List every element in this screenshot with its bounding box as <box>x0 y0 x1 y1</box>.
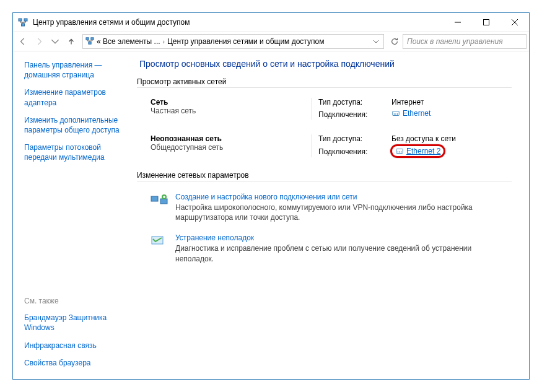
up-button[interactable] <box>64 34 79 49</box>
sidebar-link-advanced-sharing[interactable]: Изменить дополнительные параметры общего… <box>24 115 125 135</box>
svg-rect-0 <box>19 19 22 21</box>
change-settings-label: Изменение сетевых параметров <box>137 171 512 180</box>
forward-button[interactable] <box>32 34 46 49</box>
back-button[interactable] <box>15 34 30 49</box>
svg-rect-6 <box>89 41 91 44</box>
vertical-divider <box>312 134 312 157</box>
vertical-divider <box>312 98 312 120</box>
network-block: Сеть Частная сеть Тип доступа: Интернет … <box>137 94 512 131</box>
svg-rect-2 <box>22 24 25 26</box>
action-description: Настройка широкополосного, коммутируемог… <box>175 203 512 222</box>
window-frame: Центр управления сетями и общим доступом… <box>12 12 530 380</box>
sidebar-link-adapter-settings[interactable]: Изменение параметров адаптера <box>24 87 125 107</box>
see-also-label: См. также <box>24 297 125 305</box>
svg-rect-3 <box>484 20 489 25</box>
svg-rect-5 <box>91 37 94 40</box>
access-type-value: Без доступа к сети <box>391 134 456 143</box>
sidebar-link-firewall[interactable]: Брандмауэр Защитника Windows <box>24 313 125 333</box>
network-block: Неопознанная сеть Общедоступная сеть Тип… <box>137 131 512 168</box>
ethernet-icon <box>395 147 404 155</box>
svg-rect-1 <box>24 19 27 21</box>
titlebar[interactable]: Центр управления сетями и общим доступом <box>13 13 529 32</box>
maximize-button[interactable] <box>472 13 500 32</box>
connection-name: Ethernet 2 <box>406 147 440 155</box>
action-new-connection[interactable]: Создание и настройка нового подключения … <box>137 188 512 229</box>
action-title[interactable]: Создание и настройка нового подключения … <box>175 193 357 201</box>
recent-locations-button[interactable] <box>48 34 63 49</box>
close-button[interactable] <box>500 13 529 32</box>
main-pane: Просмотр основных сведений о сети и наст… <box>131 51 529 379</box>
new-connection-icon <box>151 194 168 206</box>
active-networks-label: Просмотр активных сетей <box>137 77 512 86</box>
action-description: Диагностика и исправление проблем с сеть… <box>175 243 512 263</box>
minimize-button[interactable] <box>444 13 472 32</box>
action-troubleshoot[interactable]: Устранение неполадок Диагностика и испра… <box>137 229 512 269</box>
ethernet-icon <box>391 109 400 118</box>
troubleshoot-icon <box>151 235 168 247</box>
sidebar: Панель управления — домашняя страница Из… <box>13 51 131 379</box>
breadcrumb-item[interactable]: Центр управления сетями и общим доступом <box>167 37 325 46</box>
connection-link-ethernet2[interactable]: Ethernet 2 <box>395 147 440 155</box>
breadcrumb-item[interactable]: « Все элементы ... <box>97 37 160 46</box>
divider <box>137 181 512 181</box>
connections-label: Подключения: <box>318 147 387 156</box>
address-toolbar: « Все элементы ... › Центр управления се… <box>13 32 529 51</box>
svg-rect-4 <box>86 37 89 40</box>
network-type: Частная сеть <box>151 107 305 115</box>
connections-label: Подключения: <box>318 110 387 119</box>
connection-name: Ethernet <box>403 109 431 118</box>
network-name: Неопознанная сеть <box>151 134 305 143</box>
access-type-label: Тип доступа: <box>318 134 387 143</box>
sidebar-link-infrared[interactable]: Инфракрасная связь <box>24 341 125 351</box>
network-type: Общедоступная сеть <box>151 143 305 152</box>
highlighted-connection: Ethernet 2 <box>391 146 444 157</box>
access-type-label: Тип доступа: <box>318 98 387 107</box>
search-input[interactable]: Поиск в панели управления <box>403 34 527 49</box>
sidebar-link-media-streaming[interactable]: Параметры потоковой передачи мультимедиа <box>24 142 125 162</box>
action-title[interactable]: Устранение неполадок <box>175 233 254 242</box>
page-heading: Просмотр основных сведений о сети и наст… <box>139 59 512 69</box>
connection-link-ethernet[interactable]: Ethernet <box>391 109 431 118</box>
network-center-icon <box>85 37 94 47</box>
sidebar-link-internet-options[interactable]: Свойства браузера <box>24 358 125 368</box>
network-center-icon <box>18 17 28 27</box>
svg-rect-10 <box>160 199 167 204</box>
address-dropdown-button[interactable] <box>371 37 381 46</box>
chevron-right-icon: › <box>163 38 165 45</box>
divider <box>137 87 512 88</box>
address-field[interactable]: « Все элементы ... › Центр управления се… <box>82 34 384 49</box>
refresh-button[interactable] <box>388 35 401 48</box>
network-name: Сеть <box>151 98 305 107</box>
access-type-value: Интернет <box>391 98 431 107</box>
svg-rect-9 <box>151 196 158 201</box>
sidebar-link-home[interactable]: Панель управления — домашняя страница <box>24 60 125 80</box>
window-title: Центр управления сетями и общим доступом <box>33 18 444 27</box>
